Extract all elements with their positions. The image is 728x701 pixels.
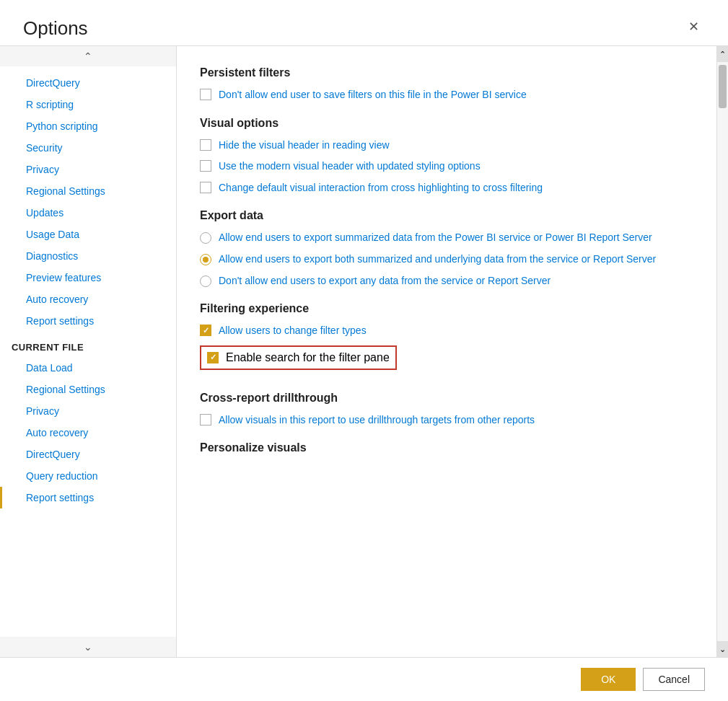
option-row-change-filter-types: Allow users to change filter types: [200, 324, 693, 338]
sidebar-item-privacy-cf[interactable]: Privacy: [0, 400, 176, 422]
sidebar-item-preview-features[interactable]: Preview features: [0, 267, 176, 288]
section-personalize-visuals: Personalize visuals: [200, 441, 693, 454]
ok-button[interactable]: OK: [581, 668, 636, 691]
section-title-persistent-filters: Persistent filters: [200, 66, 693, 79]
section-title-visual-options: Visual options: [200, 117, 693, 130]
cancel-button[interactable]: Cancel: [643, 668, 705, 691]
option-row-modern-header: Use the modern visual header with update…: [200, 159, 693, 174]
option-row: Don't allow end user to save filters on …: [200, 88, 693, 102]
checkbox-change-filter-types[interactable]: [200, 325, 211, 336]
main-scrollbar-track: [717, 62, 728, 641]
link-highlighting[interactable]: highlighting: [418, 182, 469, 193]
checkbox-visual-interaction[interactable]: [200, 182, 211, 193]
label-hide-header: Hide the visual header in reading view: [219, 138, 390, 153]
section-export-data: Export data Allow end users to export su…: [200, 209, 693, 288]
label-persistent-filters: Don't allow end user to save filters on …: [219, 88, 527, 102]
checkbox-hide-header[interactable]: [200, 139, 211, 151]
sidebar-item-auto-recovery-cf[interactable]: Auto recovery: [0, 422, 176, 444]
sidebar: ⌃ DirectQuery R scripting Python scripti…: [0, 46, 177, 657]
sidebar-item-data-load[interactable]: Data Load: [0, 357, 176, 379]
section-title-cross-report: Cross-report drillthrough: [200, 392, 693, 405]
sidebar-item-directquery[interactable]: DirectQuery: [0, 72, 176, 94]
main-scrollbar-thumb[interactable]: [719, 65, 727, 108]
radio-export-none[interactable]: [200, 275, 211, 287]
sidebar-item-r-scripting[interactable]: R scripting: [0, 94, 176, 115]
section-title-filtering: Filtering experience: [200, 302, 693, 315]
radio-export-summarized[interactable]: [200, 232, 211, 244]
option-row-export-summarized: Allow end users to export summarized dat…: [200, 231, 693, 245]
checkbox-enable-search[interactable]: [207, 352, 219, 363]
sidebar-scroll-container: DirectQuery R scripting Python scripting…: [0, 66, 176, 637]
label-export-none: Don't allow end users to export any data…: [219, 274, 551, 288]
section-title-personalize-visuals: Personalize visuals: [200, 441, 693, 454]
label-enable-search: Enable search for the filter pane: [226, 351, 390, 364]
section-filtering-experience: Filtering experience Allow users to chan…: [200, 302, 693, 377]
sidebar-item-regional-settings[interactable]: Regional Settings: [0, 180, 176, 202]
label-drillthrough: Allow visuals in this report to use dril…: [219, 413, 535, 428]
sidebar-item-report-settings[interactable]: Report settings: [0, 310, 176, 332]
sidebar-item-directquery-cf[interactable]: DirectQuery: [0, 444, 176, 465]
dialog-title: Options: [23, 17, 88, 40]
option-row-export-none: Don't allow end users to export any data…: [200, 274, 693, 288]
sidebar-item-usage-data[interactable]: Usage Data: [0, 224, 176, 245]
current-file-label: CURRENT FILE: [0, 332, 176, 357]
sidebar-item-security[interactable]: Security: [0, 137, 176, 159]
sidebar-item-report-settings-cf[interactable]: Report settings: [0, 487, 176, 508]
sidebar-scroll-down-button[interactable]: ⌄: [0, 637, 176, 657]
sidebar-item-query-reduction[interactable]: Query reduction: [0, 465, 176, 487]
options-dialog: Options ✕ ⌃ DirectQuery R scripting Pyth…: [0, 0, 728, 701]
sidebar-item-updates[interactable]: Updates: [0, 202, 176, 224]
main-scrollbar: ⌃ ⌄: [716, 46, 728, 657]
radio-export-both[interactable]: [200, 254, 211, 265]
section-title-export-data: Export data: [200, 209, 693, 222]
label-modern-header: Use the modern visual header with update…: [219, 159, 481, 174]
option-row-export-both: Allow end users to export both summarize…: [200, 252, 693, 267]
option-row-hide-header: Hide the visual header in reading view: [200, 138, 693, 153]
main-scroll-container: Persistent filters Don't allow end user …: [177, 46, 716, 657]
sidebar-item-privacy[interactable]: Privacy: [0, 159, 176, 180]
main-scroll-up-button[interactable]: ⌃: [717, 46, 728, 62]
label-export-both: Allow end users to export both summarize…: [219, 252, 656, 267]
sidebar-item-auto-recovery[interactable]: Auto recovery: [0, 288, 176, 310]
section-visual-options: Visual options Hide the visual header in…: [200, 117, 693, 195]
link-drillthrough-targets[interactable]: drillthrough targets: [368, 414, 452, 426]
sidebar-item-regional-settings-cf[interactable]: Regional Settings: [0, 379, 176, 400]
highlighted-option-enable-search: Enable search for the filter pane: [200, 345, 397, 370]
main-content: Persistent filters Don't allow end user …: [177, 46, 716, 657]
checkbox-persistent-filters[interactable]: [200, 89, 211, 100]
title-bar: Options ✕: [0, 0, 728, 45]
sidebar-scroll-up-button[interactable]: ⌃: [0, 46, 176, 66]
sidebar-item-python-scripting[interactable]: Python scripting: [0, 115, 176, 137]
content-area: ⌃ DirectQuery R scripting Python scripti…: [0, 46, 728, 657]
label-export-summarized: Allow end users to export summarized dat…: [219, 231, 652, 245]
label-visual-interaction: Change default visual interaction from c…: [219, 181, 543, 195]
option-row-drillthrough: Allow visuals in this report to use dril…: [200, 413, 693, 428]
close-button[interactable]: ✕: [683, 17, 705, 36]
sidebar-item-diagnostics[interactable]: Diagnostics: [0, 245, 176, 267]
option-row-visual-interaction: Change default visual interaction from c…: [200, 181, 693, 195]
section-cross-report: Cross-report drillthrough Allow visuals …: [200, 392, 693, 428]
checkbox-drillthrough[interactable]: [200, 414, 211, 426]
section-persistent-filters: Persistent filters Don't allow end user …: [200, 66, 693, 102]
label-change-filter-types: Allow users to change filter types: [219, 324, 367, 338]
footer: OK Cancel: [0, 657, 728, 701]
checkbox-modern-header[interactable]: [200, 160, 211, 172]
main-scroll-down-button[interactable]: ⌄: [717, 641, 728, 657]
